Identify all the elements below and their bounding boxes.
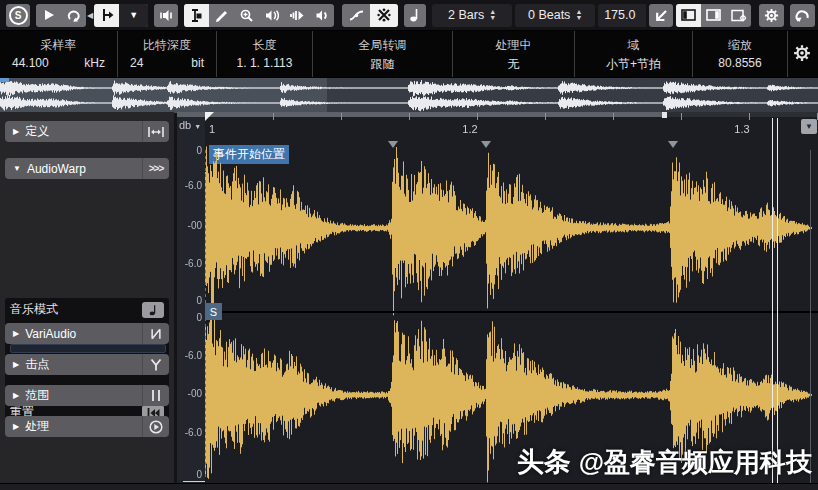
inspector-section-variaudio[interactable]: ▶ VariAudio [5, 323, 169, 344]
inspector-section-audiowarp[interactable]: ▼ AudioWarp >>> [5, 158, 169, 179]
swing-slider[interactable] [10, 344, 166, 353]
info-label: 比特深度 [118, 37, 216, 54]
event-boundary-line[interactable] [772, 118, 773, 483]
info-value[interactable]: 小节+节拍 [575, 56, 692, 73]
db-scale-column[interactable]: db ▼ 0-6.0-00-6.000-6.0-00-6.00 [177, 112, 205, 483]
overview-strip[interactable] [0, 77, 818, 113]
info-unit: bit [191, 56, 204, 70]
autoscroll-group: ▼ [94, 4, 148, 27]
inspector-section-definition[interactable]: ▶ 定义 [5, 121, 169, 142]
tool-zoom[interactable] [234, 4, 259, 27]
ruler-tick [477, 113, 478, 120]
inspector-section-process[interactable]: ▶ 处理 [5, 416, 169, 437]
info-section[interactable]: 比特深度24 bit [118, 31, 217, 77]
window-layout-icon [731, 9, 747, 22]
audition-play-button[interactable] [36, 4, 61, 27]
info-section[interactable]: 域小节+节拍 [575, 31, 693, 77]
db-scale-label: 0 [196, 295, 202, 306]
info-section[interactable]: 全局转调跟随 [313, 31, 453, 77]
ruler-options-button[interactable]: ▼ [801, 119, 817, 134]
tempo-field[interactable]: 175.0 [598, 4, 646, 27]
inspector-section-range[interactable]: ▶ 范围 [5, 385, 169, 406]
free-warp-icon [349, 9, 364, 22]
tools-group [184, 4, 334, 27]
info-value[interactable]: 44.100 [12, 56, 49, 70]
info-settings-gear-icon[interactable] [793, 44, 811, 62]
tool-speaker[interactable] [309, 4, 334, 27]
transport-flyout-icon[interactable]: ◀ [87, 11, 93, 20]
setup-button[interactable] [759, 4, 784, 27]
collapsed-arrow-icon: ▶ [13, 127, 19, 136]
ruler-label: 1.3 [734, 123, 749, 135]
length-bars-field[interactable]: 2 Bars ▲▼ [432, 4, 512, 27]
zoom-fit-button[interactable] [649, 4, 673, 27]
db-scale-label: -6.0 [185, 427, 202, 438]
audition-loop-button[interactable] [61, 4, 86, 27]
scale-unit-selector[interactable]: db ▼ [179, 119, 201, 131]
autoscroll-icon [100, 9, 114, 21]
db-scale-label: -6.0 [185, 258, 202, 269]
expanded-arrow-icon: ▼ [13, 164, 21, 173]
arrow-down-left-icon [655, 9, 668, 22]
waveform-editor[interactable]: 11.21.3 事件开始位置 S ▼ [205, 112, 818, 483]
collapsed-arrow-icon: ▶ [13, 360, 19, 369]
channel-solo-badge[interactable]: S [205, 303, 222, 320]
tool-draw[interactable] [209, 4, 234, 27]
tool-play[interactable] [284, 4, 309, 27]
event-start-flag[interactable] [205, 112, 214, 121]
info-value[interactable]: 跟随 [313, 56, 452, 73]
info-label: 域 [575, 37, 692, 54]
info-label: 长度 [217, 37, 312, 54]
warp-tab-marker[interactable] [388, 141, 398, 148]
info-value[interactable]: 80.8556 [693, 56, 787, 70]
info-value[interactable]: 1. 1. 1.113 [217, 56, 312, 70]
chevron-down-icon: ▼ [129, 10, 138, 20]
tool-free-warp[interactable] [342, 4, 370, 27]
watermark-handle: @盈睿音频应用科技 [579, 445, 812, 480]
autoscroll-dropdown[interactable]: ▼ [119, 4, 148, 27]
db-scale-label: -00 [188, 388, 202, 399]
ruler-label: 1 [209, 123, 215, 135]
length-beats-field[interactable]: 0 Beats ▲▼ [515, 4, 595, 27]
acoustic-feedback-button[interactable] [154, 4, 178, 27]
left-zone-toggle[interactable] [676, 4, 701, 27]
tool-warp-grid[interactable] [370, 4, 398, 27]
info-section[interactable]: 采样率44.100 kHz [0, 31, 118, 77]
zoom-scrollbar-handle[interactable] [177, 112, 662, 117]
watermark-brand: 头条 [517, 444, 571, 480]
info-value[interactable]: 无 [453, 56, 574, 73]
db-scale-label: 0 [196, 145, 202, 156]
autoscroll-button[interactable] [94, 4, 119, 27]
tool-range-select[interactable] [184, 4, 209, 27]
inspector-section-hitpoints[interactable]: ▶ 击点 [5, 354, 169, 375]
musical-grid-button[interactable] [404, 4, 426, 27]
bars-stepper[interactable]: ▲▼ [489, 9, 496, 21]
magnifier-plus-icon [240, 9, 253, 22]
musical-mode-row: 音乐模式 [5, 300, 169, 319]
scrollbar-cap[interactable] [662, 112, 667, 118]
info-section[interactable]: 处理中无 [453, 31, 575, 77]
info-section[interactable]: 缩放80.8556 [693, 31, 788, 77]
info-label: 处理中 [453, 37, 574, 54]
warp-tab-marker[interactable] [668, 141, 678, 148]
collapsed-arrow-icon: ▶ [13, 422, 19, 431]
db-scale-label: -00 [188, 220, 202, 231]
info-value[interactable]: 24 [130, 56, 143, 70]
tool-scrub[interactable] [259, 4, 284, 27]
window-layout-button[interactable] [726, 4, 751, 27]
speaker-icon [159, 9, 174, 22]
info-section[interactable]: 长度1. 1. 1.113 [217, 31, 313, 77]
event-boundary-line[interactable] [777, 118, 778, 483]
solo-button[interactable]: S [6, 4, 30, 27]
speaker-volume-icon [315, 9, 329, 22]
warp-tab-marker[interactable] [481, 141, 491, 148]
jog-button[interactable] [790, 4, 815, 27]
zone-toggles-group [676, 4, 751, 27]
right-zone-toggle[interactable] [701, 4, 726, 27]
ruler-tick [545, 113, 546, 120]
beats-stepper[interactable]: ▲▼ [575, 9, 582, 21]
musical-mode-button[interactable] [142, 302, 164, 318]
overview-position-marker [0, 78, 9, 82]
range-bars-icon [142, 385, 169, 406]
info-unit: kHz [84, 56, 105, 70]
